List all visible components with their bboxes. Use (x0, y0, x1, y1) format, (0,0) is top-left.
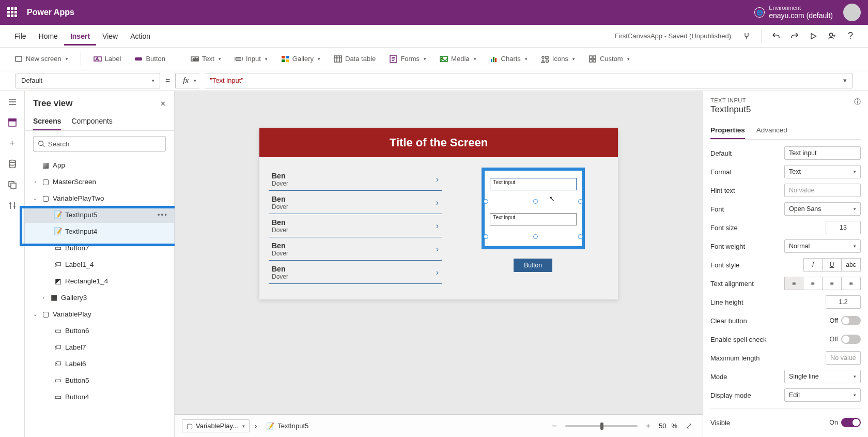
prop-fontsize-input[interactable]: 13 (826, 221, 861, 234)
tree-node-label14[interactable]: 🏷Label1_4 (25, 256, 174, 273)
tab-screens[interactable]: Screens (33, 113, 61, 130)
canvas-textinput4[interactable]: Text input (490, 213, 577, 225)
avatar[interactable] (843, 4, 861, 21)
breadcrumb-control[interactable]: 📝TextInput5 (262, 420, 313, 432)
tree-node-app[interactable]: ▦App (25, 157, 174, 173)
tree-search-input[interactable]: Search (33, 136, 166, 152)
gallery-row[interactable]: BenDover› (269, 237, 442, 261)
tree-node-textinput4[interactable]: 📝TextInput4 (25, 223, 174, 239)
insert-input-button[interactable]: Input▾ (230, 52, 272, 66)
button-icon: ▭ (54, 244, 62, 252)
gallery-row[interactable]: BenDover› (269, 261, 442, 284)
tree-node-textinput5[interactable]: 📝TextInput5••• (25, 206, 174, 223)
fit-to-screen-icon[interactable]: ⤢ (683, 421, 695, 431)
insert-custom-label: Custom (600, 55, 623, 63)
tree-node-rectangle14[interactable]: ◩Rectangle1_4 (25, 273, 174, 289)
menu-action[interactable]: Action (124, 27, 157, 46)
menu-view[interactable]: View (96, 27, 124, 46)
insert-custom-button[interactable]: Custom▾ (584, 52, 634, 66)
prop-maxlength-input[interactable]: No value (826, 351, 861, 365)
insert-icons-button[interactable]: Icons▾ (537, 52, 579, 66)
prop-fontweight-select[interactable]: Normal▾ (784, 239, 861, 253)
canvas-button7[interactable]: Button (514, 259, 552, 272)
menu-home[interactable]: Home (33, 27, 64, 46)
tree-node-variableplay[interactable]: ⌄▢VariablePlay (25, 306, 174, 322)
label-icon: 🏷 (54, 260, 62, 268)
italic-button[interactable]: I (803, 258, 823, 272)
media-pane-icon[interactable] (7, 179, 18, 190)
redo-icon[interactable] (786, 28, 803, 44)
align-right-button[interactable]: ≡ (823, 277, 842, 290)
prop-hint-input[interactable]: No value (784, 184, 861, 197)
tree-node-button6[interactable]: ▭Button6 (25, 322, 174, 339)
tree-node-variableplaytwo[interactable]: ⌄▢VariablePlayTwo (25, 190, 174, 206)
fx-button[interactable]: fx▾ (175, 73, 199, 88)
prop-lineheight-input[interactable]: 1.2 (826, 295, 861, 309)
canvas-area[interactable]: Title of the Screen BenDover› BenDover› … (175, 91, 703, 414)
tree-view-icon[interactable] (7, 117, 18, 128)
align-justify-button[interactable]: ≡ (842, 277, 861, 290)
help-icon[interactable]: ⓘ (854, 97, 861, 107)
tab-components[interactable]: Components (71, 113, 112, 130)
data-pane-icon[interactable] (7, 158, 18, 170)
tree-node-label7[interactable]: 🏷Label7 (25, 339, 174, 355)
gallery-row[interactable]: BenDover› (269, 191, 442, 214)
insert-button-button[interactable]: Button (130, 52, 169, 66)
tab-properties[interactable]: Properties (710, 122, 745, 139)
insert-text-button[interactable]: abcText▾ (187, 52, 225, 66)
align-center-button[interactable]: ≡ (803, 277, 823, 290)
property-selector[interactable]: Default▾ (16, 73, 160, 88)
prop-mode-select[interactable]: Single line▾ (784, 370, 861, 383)
selected-inputs-panel[interactable]: Text input Text input (482, 168, 585, 249)
prop-visible-toggle[interactable] (841, 418, 861, 427)
more-icon[interactable]: ••• (158, 211, 168, 219)
gallery-row[interactable]: BenDover› (269, 214, 442, 237)
svg-rect-17 (493, 57, 494, 62)
insert-datatable-button[interactable]: Data table (330, 52, 380, 66)
prop-default-input[interactable]: Text input (784, 146, 861, 160)
svg-rect-12 (334, 56, 342, 62)
canvas-textinput5[interactable]: Text input (490, 178, 577, 190)
breadcrumb-screen[interactable]: ▢VariablePlay...▾ (182, 419, 250, 432)
prop-format-select[interactable]: Text▾ (784, 165, 861, 178)
zoom-in-button[interactable]: + (643, 421, 654, 431)
insert-pane-icon[interactable]: + (7, 138, 18, 149)
undo-icon[interactable] (768, 28, 784, 44)
play-icon[interactable] (805, 28, 822, 44)
tree-node-button4[interactable]: ▭Button4 (25, 388, 174, 405)
app-checker-icon[interactable] (738, 28, 755, 44)
insert-charts-button[interactable]: Charts▾ (486, 52, 532, 66)
align-left-button[interactable]: ≡ (784, 277, 803, 290)
menu-insert[interactable]: Insert (64, 27, 96, 46)
prop-font-select[interactable]: Open Sans▾ (784, 202, 861, 216)
prop-displaymode-select[interactable]: Edit▾ (784, 388, 861, 402)
tree-node-gallery3[interactable]: ›▦Gallery3 (25, 289, 174, 306)
environment-block[interactable]: Environment enayu.com (default) (769, 5, 833, 20)
waffle-icon[interactable] (7, 7, 18, 18)
prop-spell-toggle[interactable] (841, 335, 861, 344)
tree-node-button5[interactable]: ▭Button5 (25, 372, 174, 388)
underline-button[interactable]: U (823, 258, 842, 272)
new-screen-button[interactable]: New screen▾ (10, 52, 72, 66)
hamburger-icon[interactable] (7, 96, 18, 108)
zoom-slider[interactable] (565, 425, 638, 427)
tab-advanced[interactable]: Advanced (756, 122, 787, 139)
insert-gallery-button[interactable]: Gallery▾ (277, 52, 324, 66)
gallery-row[interactable]: BenDover› (269, 168, 442, 191)
help-icon[interactable]: ? (842, 28, 859, 44)
tree-node-label6[interactable]: 🏷Label6 (25, 355, 174, 372)
canvas-gallery[interactable]: BenDover› BenDover› BenDover› BenDover› … (269, 168, 442, 284)
insert-media-button[interactable]: Media▾ (436, 52, 480, 66)
menu-file[interactable]: File (8, 27, 33, 46)
insert-label-button[interactable]: Label (89, 52, 126, 66)
tree-node-masterscreen[interactable]: ›▢MasterScreen (25, 173, 174, 190)
prop-clear-toggle[interactable] (841, 316, 861, 325)
advanced-tools-icon[interactable] (7, 200, 18, 211)
strikethrough-button[interactable]: abc (842, 258, 861, 272)
share-icon[interactable] (824, 28, 840, 44)
formula-input[interactable]: "Text input"▾ (205, 73, 853, 88)
zoom-out-button[interactable]: − (549, 421, 560, 431)
insert-forms-button[interactable]: Forms▾ (385, 52, 430, 66)
close-icon[interactable]: ✕ (160, 100, 166, 108)
tree-node-button7[interactable]: ▭Button7 (25, 239, 174, 256)
